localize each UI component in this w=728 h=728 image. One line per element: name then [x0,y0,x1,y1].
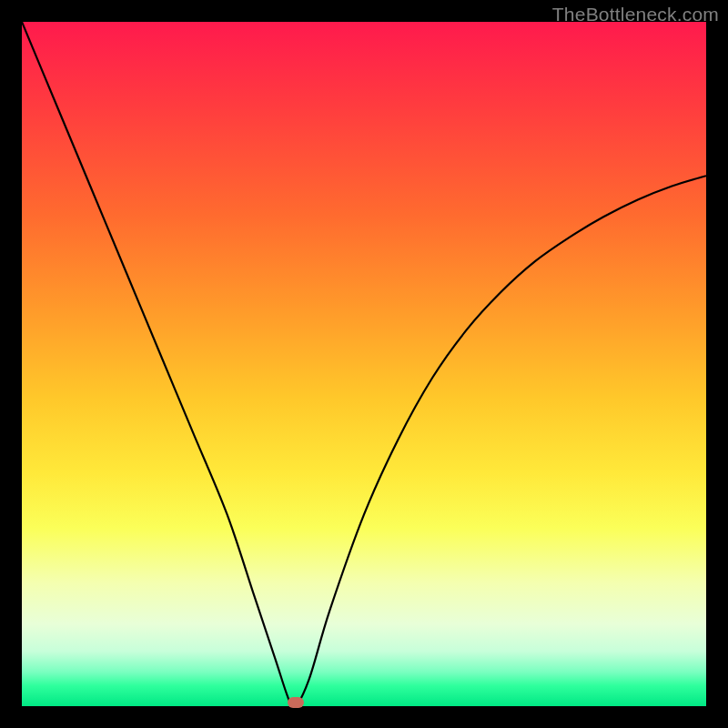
watermark-text: TheBottleneck.com [552,4,719,25]
chart-frame [22,22,706,706]
optimum-marker [288,697,304,708]
bottleneck-curve [22,22,706,706]
